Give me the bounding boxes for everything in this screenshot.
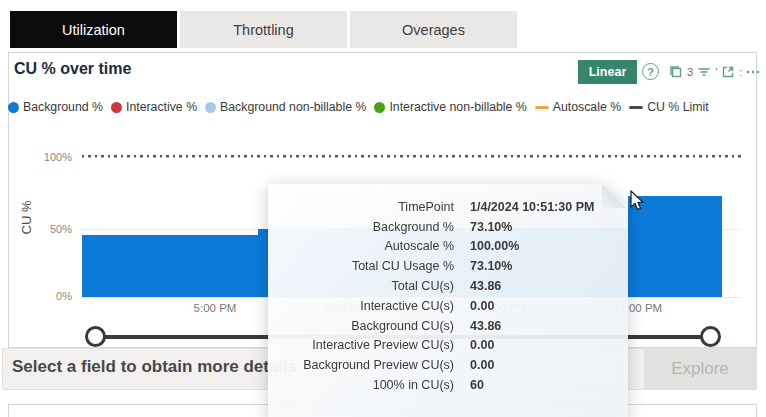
legend-swatch [111, 102, 122, 113]
clipped-glyph: 3 [687, 62, 693, 82]
chart-title: CU % over time [14, 60, 131, 78]
background-area-segment[interactable] [82, 235, 258, 297]
footer-message: Select a field to obtain more details [12, 357, 297, 377]
tooltip-value: 73.10% [470, 220, 512, 234]
tooltip-row: Autoscale %100.00% [268, 237, 628, 257]
legend-item-autoscale[interactable]: Autoscale % [535, 100, 621, 114]
y-tick-100: 100% [28, 151, 72, 163]
tooltip-label: Interactive CU(s) [268, 299, 454, 313]
tooltip-value: 60 [470, 378, 484, 392]
time-range-slider-handle-left[interactable] [85, 326, 106, 347]
legend-item-interactive-non-billable[interactable]: Interactive non-billable % [374, 100, 526, 114]
legend-label: CU % Limit [647, 100, 709, 114]
x-tick-5pm: 5:00 PM [180, 302, 250, 314]
tooltip-label: Total CU(s) [268, 279, 454, 293]
legend-label: Background non-billable % [220, 100, 366, 114]
focus-mode-icon[interactable] [720, 64, 736, 80]
tab-utilization[interactable]: Utilization [10, 11, 177, 48]
legend-label: Autoscale % [553, 100, 621, 114]
legend-swatch [629, 106, 643, 109]
tooltip-row: Total CU(s)43.86 [268, 276, 628, 296]
more-options-icon[interactable] [745, 64, 761, 80]
tooltip-value: 43.86 [470, 279, 501, 293]
clipped-glyph: ' [715, 62, 717, 82]
tooltip-label: Interactive Preview CU(s) [268, 338, 454, 352]
y-tick-50: 50% [28, 223, 72, 235]
tooltip-value: 0.00 [470, 299, 494, 313]
tooltip-value: 0.00 [470, 358, 494, 372]
tooltip-row: Background CU(s)43.86 [268, 316, 628, 336]
tooltip-label: Autoscale % [268, 239, 454, 253]
background-area-segment[interactable] [258, 229, 268, 297]
visual-header-toolbar: 3 ' : [668, 62, 761, 82]
tooltip: TimePoint1/4/2024 10:51:30 PM Background… [268, 184, 628, 417]
tooltip-label: Total CU Usage % [268, 259, 454, 273]
chart-legend: Background % Interactive % Background no… [8, 100, 758, 114]
legend-item-background-non-billable[interactable]: Background non-billable % [205, 100, 366, 114]
help-icon[interactable]: ? [642, 63, 659, 80]
tab-throttling[interactable]: Throttling [180, 11, 347, 48]
clipped-glyph: : [739, 62, 742, 82]
filter-icon[interactable] [696, 64, 712, 80]
scale-toggle-button[interactable]: Linear [578, 60, 637, 84]
legend-item-interactive[interactable]: Interactive % [111, 100, 197, 114]
tooltip-fold-corner [602, 184, 628, 208]
tooltip-label: Background % [268, 220, 454, 234]
tooltip-row: Total CU Usage %73.10% [268, 256, 628, 276]
tooltip-row: TimePoint1/4/2024 10:51:30 PM [268, 197, 628, 217]
tooltip-label: 100% in CU(s) [268, 378, 454, 392]
tooltip-row: Background %73.10% [268, 217, 628, 237]
cu-limit-line [82, 155, 742, 158]
copy-icon[interactable] [668, 64, 684, 80]
legend-item-background[interactable]: Background % [8, 100, 103, 114]
time-range-slider-handle-right[interactable] [700, 326, 721, 347]
tooltip-row: Background Preview CU(s)0.00 [268, 355, 628, 375]
legend-swatch [535, 106, 549, 109]
explore-button[interactable]: Explore [644, 349, 756, 389]
tooltip-row: Interactive Preview CU(s)0.00 [268, 336, 628, 356]
tooltip-row: Interactive CU(s)0.00 [268, 296, 628, 316]
tooltip-label: TimePoint [268, 200, 454, 214]
legend-swatch [8, 102, 19, 113]
capacity-metrics-panel: Utilization Throttling Overages CU % ove… [0, 0, 766, 417]
tooltip-value: 73.10% [470, 259, 512, 273]
legend-label: Background % [23, 100, 103, 114]
mouse-cursor [630, 190, 646, 216]
tooltip-label: Background Preview CU(s) [268, 358, 454, 372]
tab-overages[interactable]: Overages [350, 11, 517, 48]
tooltip-value: 0.00 [470, 338, 494, 352]
legend-swatch [205, 102, 216, 113]
tooltip-row: 100% in CU(s)60 [268, 375, 628, 395]
tooltip-value: 1/4/2024 10:51:30 PM [470, 200, 594, 214]
legend-label: Interactive % [126, 100, 197, 114]
tooltip-value: 100.00% [470, 239, 519, 253]
tooltip-value: 43.86 [470, 319, 501, 333]
legend-label: Interactive non-billable % [389, 100, 526, 114]
tooltip-label: Background CU(s) [268, 319, 454, 333]
y-tick-0: 0% [28, 290, 72, 302]
legend-swatch [374, 102, 385, 113]
legend-item-cu-limit[interactable]: CU % Limit [629, 100, 709, 114]
